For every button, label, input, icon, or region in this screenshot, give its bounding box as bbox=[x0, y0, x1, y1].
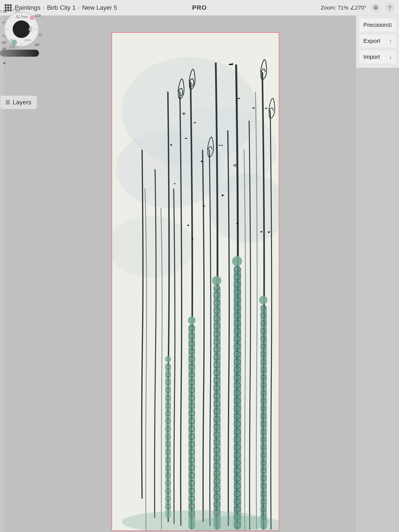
svg-point-167 bbox=[219, 145, 220, 146]
settings-icon[interactable]: ⚙ bbox=[371, 3, 380, 13]
brush-center[interactable] bbox=[13, 20, 30, 38]
precision-label: Precision bbox=[363, 22, 387, 28]
svg-point-172 bbox=[174, 183, 175, 184]
hamburger-icon bbox=[6, 101, 10, 104]
precision-button[interactable]: Precision ⊞ bbox=[359, 18, 397, 32]
export-icon: ↑ bbox=[389, 38, 392, 44]
top-bar-left: Paintings › Birb City 1 › New Layer 5 bbox=[5, 4, 321, 11]
svg-point-133 bbox=[259, 296, 268, 304]
brush-wheel[interactable]: 7.89 7.89 -.626 7.72 80° 2.9 28° .52 mm … bbox=[0, 8, 43, 51]
svg-point-179 bbox=[187, 225, 189, 226]
artwork-svg bbox=[112, 33, 279, 531]
svg-point-166 bbox=[239, 98, 240, 99]
svg-rect-37 bbox=[188, 324, 195, 530]
svg-point-177 bbox=[236, 222, 238, 224]
precision-icon: ⊞ bbox=[387, 22, 392, 28]
svg-point-180 bbox=[204, 205, 205, 207]
svg-point-175 bbox=[201, 161, 202, 162]
svg-point-9 bbox=[12, 40, 17, 45]
svg-point-178 bbox=[192, 238, 193, 240]
import-label: Import bbox=[363, 54, 380, 60]
svg-point-168 bbox=[222, 145, 223, 146]
breadcrumb-sep-2: › bbox=[78, 5, 80, 11]
help-icon[interactable]: ? bbox=[385, 3, 394, 13]
zoom-info: Zoom: 71% ∠270° bbox=[321, 5, 366, 11]
svg-point-164 bbox=[195, 122, 196, 123]
import-button[interactable]: Import ↓ bbox=[359, 50, 397, 64]
svg-point-174 bbox=[170, 144, 172, 146]
breadcrumb-sep-1: › bbox=[43, 5, 45, 11]
svg-point-97 bbox=[232, 256, 242, 266]
svg-rect-64 bbox=[214, 285, 221, 530]
svg-point-65 bbox=[212, 276, 221, 285]
svg-point-182 bbox=[268, 231, 270, 233]
breadcrumb-birb-city[interactable]: Birb City 1 bbox=[47, 4, 76, 11]
svg-point-165 bbox=[186, 138, 187, 139]
svg-point-162 bbox=[232, 63, 233, 65]
svg-point-38 bbox=[188, 317, 196, 324]
canvas-area: ✕ bbox=[4, 16, 356, 532]
breadcrumb-new-layer[interactable]: New Layer 5 bbox=[82, 4, 117, 11]
svg-point-17 bbox=[165, 356, 171, 362]
svg-point-171 bbox=[235, 166, 236, 167]
svg-rect-6 bbox=[30, 16, 34, 20]
pro-badge: PRO bbox=[192, 4, 207, 11]
brush-wheel-circle[interactable]: .52 mm 0% 100% bbox=[4, 12, 39, 47]
svg-rect-16 bbox=[165, 363, 171, 518]
svg-text:100%: 100% bbox=[24, 38, 31, 42]
export-label: Export bbox=[363, 38, 380, 44]
svg-point-170 bbox=[266, 108, 267, 109]
svg-point-181 bbox=[260, 231, 262, 233]
right-panel: Precision ⊞ Export ↑ Import ↓ bbox=[356, 16, 399, 68]
export-button[interactable]: Export ↑ bbox=[359, 34, 397, 48]
layers-label: Layers bbox=[13, 99, 31, 106]
brush-slider[interactable] bbox=[0, 50, 39, 57]
svg-point-163 bbox=[183, 114, 184, 115]
svg-point-169 bbox=[253, 108, 254, 109]
top-bar: Paintings › Birb City 1 › New Layer 5 PR… bbox=[0, 0, 399, 16]
tool2-button[interactable]: ✦ bbox=[0, 59, 8, 67]
import-icon: ↓ bbox=[389, 54, 392, 60]
top-bar-right: Zoom: 71% ∠270° ⚙ ? bbox=[321, 3, 394, 13]
brush-opacity-indicator bbox=[29, 26, 34, 32]
layers-button[interactable]: Layers bbox=[0, 95, 37, 109]
svg-point-176 bbox=[221, 194, 224, 196]
painting-canvas[interactable]: ✕ bbox=[112, 32, 279, 531]
